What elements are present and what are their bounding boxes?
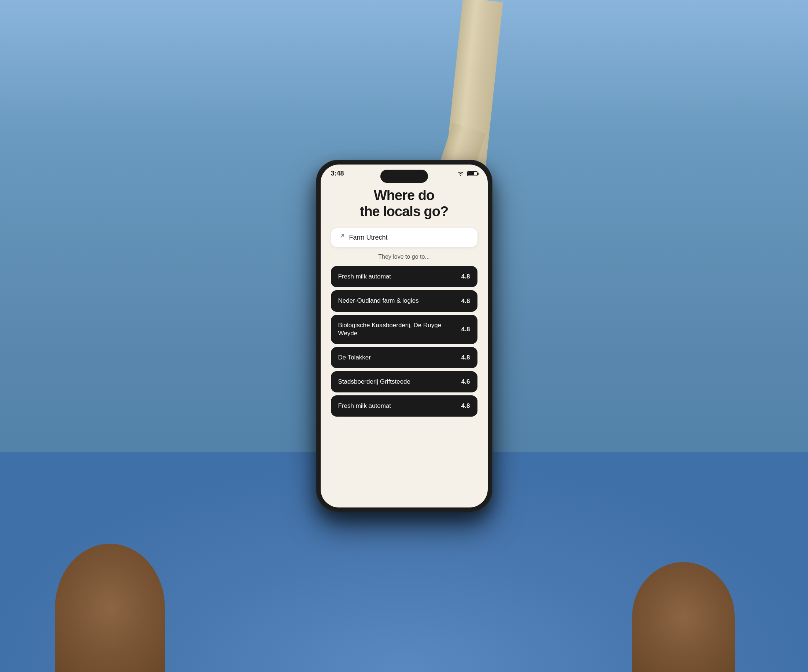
list-item[interactable]: Fresh milk automat 4.8 [331,266,477,287]
location-icon [338,233,345,242]
place-rating-0: 4.8 [461,273,470,280]
app-title: Where do the locals go? [331,188,477,220]
place-name-2: Biologische Kaasboerderij, De Ruyge Weyd… [338,321,457,337]
list-item[interactable]: Fresh milk automat 4.8 [331,395,477,417]
status-icons [457,171,477,176]
place-rating-2: 4.8 [461,326,470,333]
places-list: Fresh milk automat 4.8 Neder-Oudland far… [331,266,477,417]
place-name-4: Stadsboerderij Griftsteede [338,378,457,386]
list-item[interactable]: Neder-Oudland farm & logies 4.8 [331,290,477,312]
list-item[interactable]: Biologische Kaasboerderij, De Ruyge Weyd… [331,315,477,344]
list-item[interactable]: De Tolakker 4.8 [331,347,477,368]
dynamic-island [381,170,428,183]
place-name-3: De Tolakker [338,354,457,362]
place-name-5: Fresh milk automat [338,402,457,410]
wifi-icon [457,171,464,176]
phone: 3:48 Where do [316,160,492,512]
battery-icon [467,171,477,176]
search-value: Farm Utrecht [349,234,388,242]
place-rating-5: 4.8 [461,402,470,410]
phone-outer: 3:48 Where do [316,160,492,512]
phone-screen: 3:48 Where do [321,165,488,507]
place-name-1: Neder-Oudland farm & logies [338,297,457,305]
hand-left [55,544,165,672]
search-bar[interactable]: Farm Utrecht [331,228,477,247]
hand-right [632,562,735,672]
place-name-0: Fresh milk automat [338,273,457,281]
title-line2: the locals go? [360,204,448,219]
place-rating-4: 4.6 [461,378,470,385]
subtitle: They love to go to... [331,253,477,260]
list-item[interactable]: Stadsboerderij Griftsteede 4.6 [331,371,477,392]
title-line1: Where do [374,188,434,203]
place-rating-1: 4.8 [461,297,470,305]
place-rating-3: 4.8 [461,354,470,361]
app-content: Where do the locals go? Farm Utrecht The… [321,180,488,501]
status-time: 3:48 [331,170,344,177]
